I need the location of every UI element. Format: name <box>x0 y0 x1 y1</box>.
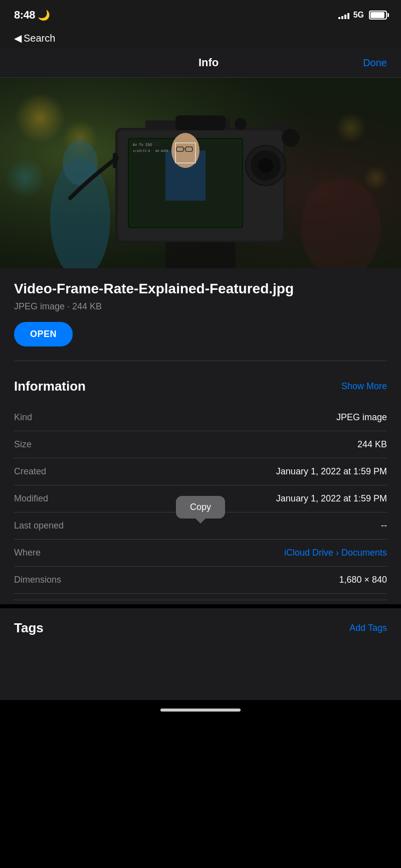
nav-bar: Info Done <box>0 48 401 78</box>
where-value[interactable]: iCloud Drive › Documents <box>284 548 387 558</box>
signal-bars-icon <box>338 11 349 19</box>
created-label: Created <box>14 466 46 477</box>
copy-tooltip[interactable]: Copy <box>176 496 225 518</box>
status-bar: 8:48 🌙 5G <box>0 0 401 28</box>
tags-title: Tags <box>14 620 44 636</box>
file-type: JPEG image · 244 KB <box>14 301 387 312</box>
svg-text:1/125: 1/125 <box>133 149 142 152</box>
status-time-group: 8:48 🌙 <box>14 9 50 22</box>
divider-1 <box>14 361 387 361</box>
kind-value: JPEG image <box>336 412 387 423</box>
info-row-created: Created January 1, 2022 at 1:59 PM <box>14 458 387 485</box>
divider-2 <box>14 600 387 600</box>
home-bar <box>160 709 241 712</box>
dimensions-value: 1,680 × 840 <box>339 575 387 585</box>
tags-section: Tags Add Tags <box>0 608 401 640</box>
back-label: Search <box>24 33 55 44</box>
modified-label: Modified <box>14 493 48 504</box>
svg-text:Av  Tv  ISO: Av Tv ISO <box>133 143 152 147</box>
information-header: Information Show More <box>14 379 387 394</box>
svg-point-5 <box>5 158 45 198</box>
size-value: 244 KB <box>357 439 387 450</box>
svg-point-7 <box>363 165 388 191</box>
size-label: Size <box>14 439 32 450</box>
last-opened-label: Last opened <box>14 520 64 531</box>
open-button[interactable]: OPEN <box>14 322 73 346</box>
kind-label: Kind <box>14 412 32 423</box>
file-image-preview: Av Tv ISO 1/125 F2.0 60 AUTO <box>0 78 401 268</box>
svg-rect-15 <box>271 122 286 130</box>
back-nav[interactable]: ◀ Search <box>0 28 401 48</box>
svg-rect-36 <box>165 242 236 268</box>
bottom-spacer <box>0 640 401 700</box>
battery-icon <box>369 11 387 20</box>
tags-header: Tags Add Tags <box>14 620 387 636</box>
created-value: January 1, 2022 at 1:59 PM <box>276 466 387 477</box>
dimensions-label: Dimensions <box>14 575 61 585</box>
status-time: 8:48 <box>14 9 35 21</box>
info-row-where: Where iCloud Drive › Documents <box>14 540 387 567</box>
information-title: Information <box>14 379 86 394</box>
nav-title: Info <box>198 56 219 69</box>
home-indicator <box>0 700 401 724</box>
last-opened-value: -- <box>381 520 387 531</box>
file-name: Video-Frame-Rate-Explained-Featured.jpg <box>14 280 387 297</box>
moon-icon: 🌙 <box>38 10 50 21</box>
network-label: 5G <box>353 11 364 20</box>
status-right-group: 5G <box>338 11 387 20</box>
svg-text:60 AUTO: 60 AUTO <box>155 149 168 152</box>
info-row-dimensions: Dimensions 1,680 × 840 <box>14 567 387 594</box>
information-section: Information Show More Kind JPEG image Si… <box>0 367 401 604</box>
info-row-kind: Kind JPEG image <box>14 404 387 431</box>
svg-text:F2.0: F2.0 <box>143 149 150 152</box>
svg-point-34 <box>282 129 300 147</box>
file-info-section: Video-Frame-Rate-Explained-Featured.jpg … <box>0 268 401 367</box>
done-button[interactable]: Done <box>363 57 387 69</box>
svg-point-6 <box>336 113 366 143</box>
where-label: Where <box>14 548 41 558</box>
add-tags-button[interactable]: Add Tags <box>349 623 387 633</box>
info-row-modified: Modified January 1, 2022 at 1:59 PM Copy <box>14 485 387 512</box>
modified-value: January 1, 2022 at 1:59 PM <box>276 493 387 504</box>
svg-point-14 <box>235 118 247 130</box>
svg-rect-16 <box>175 115 226 130</box>
svg-point-3 <box>15 93 65 143</box>
info-row-size: Size 244 KB <box>14 431 387 458</box>
back-arrow-icon: ◀ <box>14 32 22 44</box>
show-more-button[interactable]: Show More <box>341 381 387 392</box>
svg-point-33 <box>258 158 273 173</box>
